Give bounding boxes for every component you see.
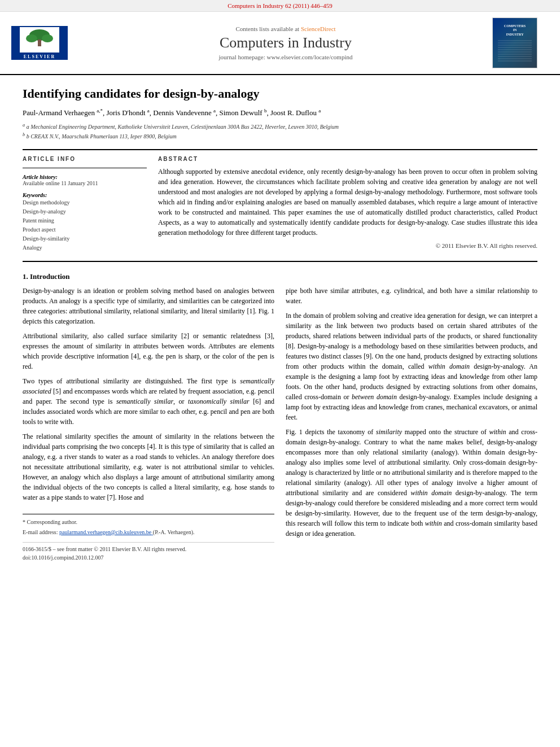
footnote-email-link[interactable]: paularmand.verhaegen@cib.kuleuven.be xyxy=(59,529,153,535)
elsevier-logo: ELSEVIER xyxy=(11,26,68,60)
keyword-5: Design-by-similarity xyxy=(23,234,147,243)
page-footer: 0166-3615/$ – see front matter © 2011 El… xyxy=(23,542,274,562)
body-section: 1. Introduction Design-by-analogy is an … xyxy=(23,272,537,562)
body-right-col: pipe both have similar attributes, e.g. … xyxy=(286,286,537,562)
article-info-title: ARTICLE INFO xyxy=(23,156,147,162)
article-meta-row: ARTICLE INFO Article history: Available … xyxy=(23,156,537,252)
article-info-panel: ARTICLE INFO Article history: Available … xyxy=(23,156,147,252)
journal-citation: Computers in Industry 62 (2011) 446–459 xyxy=(228,2,333,9)
journal-homepage: journal homepage: www.elsevier.com/locat… xyxy=(79,54,492,60)
journal-header: ELSEVIER Contents lists available at Sci… xyxy=(0,12,560,75)
journal-cover-image: COMPUTERSININDUSTRY xyxy=(492,18,537,68)
keyword-6: Analogy xyxy=(23,243,147,252)
svg-point-4 xyxy=(42,34,53,42)
body-right-p1: pipe both have similar attributes, e.g. … xyxy=(286,286,537,306)
body-left-p2: Attributional similarity, also called su… xyxy=(23,331,274,372)
keyword-2: Design-by-analogy xyxy=(23,207,147,216)
body-left-p4: The relational similarity specifies the … xyxy=(23,431,274,503)
divider-top xyxy=(23,149,537,150)
footnote-corresponding: * Corresponding author. xyxy=(23,518,274,526)
body-right-p3: Fig. 1 depicts the taxonomy of similarit… xyxy=(286,427,537,539)
body-left-p3: Two types of attributional similarity ar… xyxy=(23,376,274,427)
abstract-copyright: © 2011 Elsevier B.V. All rights reserved… xyxy=(158,242,537,249)
affiliation-a: a a Mechanical Engineering Department, K… xyxy=(23,122,537,131)
divider-body-top xyxy=(23,261,537,262)
elsevier-logo-area: ELSEVIER xyxy=(11,26,79,60)
body-left-col: Design-by-analogy is an ideation or prob… xyxy=(23,286,274,562)
journal-title: Computers in Industry xyxy=(79,34,492,51)
article-history-label: Article history: xyxy=(23,174,147,180)
keywords-label: Keywords: xyxy=(23,192,147,198)
article-info-divider xyxy=(23,168,147,168)
affiliation-b: b b CREAX N.V., Maarschalk Phumerlaan 11… xyxy=(23,132,537,141)
keyword-1: Design methodology xyxy=(23,198,147,207)
top-bar: Computers in Industry 62 (2011) 446–459 xyxy=(0,0,560,12)
sciencedirect-anchor[interactable]: ScienceDirect xyxy=(301,25,336,32)
body-right-p2: In the domain of problem solving and cre… xyxy=(286,311,537,422)
authors-line: Paul-Armand Verhaegen a,*, Joris D'hondt… xyxy=(23,108,537,117)
cover-title-text: COMPUTERSININDUSTRY xyxy=(504,24,526,37)
keyword-4: Product aspect xyxy=(23,225,147,234)
authors-text: Paul-Armand Verhaegen a,*, Joris D'hondt… xyxy=(23,108,321,117)
svg-point-3 xyxy=(26,34,37,42)
section1-heading: 1. Introduction xyxy=(23,272,537,281)
keywords-list: Design methodology Design-by-analogy Pat… xyxy=(23,198,147,252)
footer-doi: doi:10.1016/j.compind.2010.12.007 xyxy=(23,553,274,562)
sciencedirect-link: Contents lists available at ScienceDirec… xyxy=(79,25,492,32)
footnote-email: E-mail address: paularmand.verhaegen@cib… xyxy=(23,528,274,536)
keyword-3: Patent mining xyxy=(23,216,147,225)
main-content: Identifying candidates for design-by-ana… xyxy=(0,75,560,573)
article-history-value: Available online 11 January 2011 xyxy=(23,180,147,186)
journal-cover-area: COMPUTERSININDUSTRY xyxy=(492,18,549,68)
elsevier-text-label: ELSEVIER xyxy=(24,54,55,59)
journal-header-center: Contents lists available at ScienceDirec… xyxy=(79,25,492,60)
affiliations: a a Mechanical Engineering Department, K… xyxy=(23,122,537,141)
svg-rect-2 xyxy=(38,40,41,46)
article-title: Identifying candidates for design-by-ana… xyxy=(23,86,537,101)
body-two-col: Design-by-analogy is an ideation or prob… xyxy=(23,286,537,562)
abstract-panel: ABSTRACT Although supported by extensive… xyxy=(158,156,537,252)
body-left-p1: Design-by-analogy is an ideation or prob… xyxy=(23,286,274,326)
abstract-title: ABSTRACT xyxy=(158,156,537,162)
footnote-area: * Corresponding author. E-mail address: … xyxy=(23,514,274,536)
footer-issn: 0166-3615/$ – see front matter © 2011 El… xyxy=(23,545,274,553)
abstract-text: Although supported by extensive anecdota… xyxy=(158,167,537,238)
elsevier-tree-icon xyxy=(21,28,58,51)
